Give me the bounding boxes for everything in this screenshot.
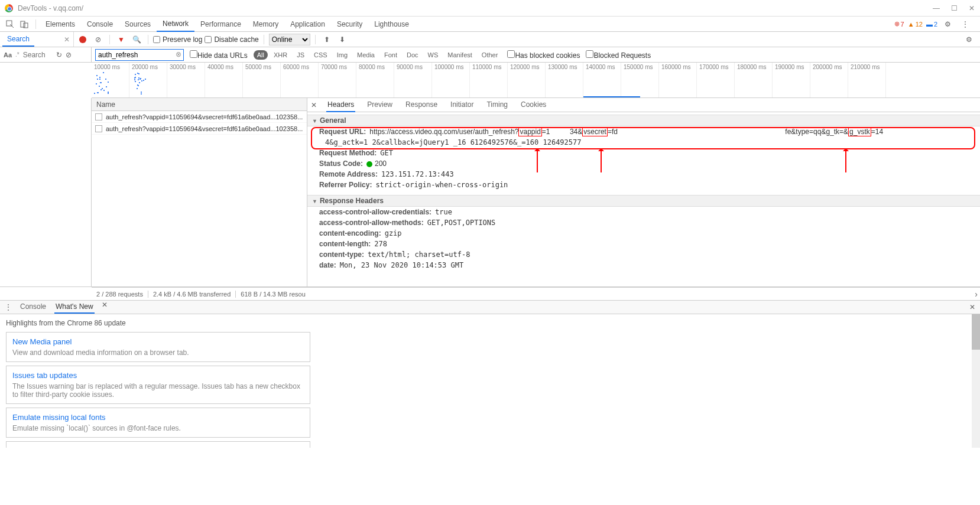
drawer-scrollbar[interactable]	[972, 314, 980, 448]
detail-tab-timing[interactable]: Timing	[485, 98, 509, 112]
clear-search-icon[interactable]: ⊘	[66, 51, 72, 59]
request-method-row: Request Method:GET	[307, 148, 980, 158]
request-row[interactable]: auth_refresh?vappid=11059694&vsecret=fdf…	[92, 123, 307, 135]
card-title[interactable]: New Media panel	[12, 337, 304, 346]
record-button[interactable]	[77, 34, 88, 45]
match-case-icon[interactable]: Aa	[4, 51, 12, 58]
upload-har-icon[interactable]: ⬆	[322, 34, 332, 45]
search-sidebar: Aa .* ↻ ⊘	[0, 47, 92, 62]
whatsnew-card[interactable]: New Media panelView and download media i…	[6, 332, 310, 362]
close-button[interactable]: ✕	[968, 5, 975, 12]
maximize-button[interactable]: ☐	[950, 5, 958, 12]
name-column-header[interactable]: Name	[92, 98, 307, 111]
request-checkbox[interactable]	[95, 125, 102, 132]
timeline-tick: 10000 ms	[92, 63, 129, 97]
clear-filter-icon[interactable]: ⊗	[176, 50, 181, 58]
tab-sources[interactable]: Sources	[119, 17, 157, 32]
type-filter-manifest[interactable]: Manifest	[444, 50, 476, 60]
tab-network[interactable]: Network	[157, 17, 194, 32]
card-title[interactable]: Emulate missing local fonts	[12, 413, 304, 422]
close-search-icon[interactable]: ✕	[64, 35, 70, 44]
throttling-select[interactable]: Online	[269, 34, 310, 45]
close-whatsnew-icon[interactable]: ✕	[102, 301, 108, 314]
download-har-icon[interactable]: ⬇	[337, 34, 348, 45]
whatsnew-card[interactable]: Emulate missing local fontsEmulate missi…	[6, 408, 310, 438]
timeline-tick: 100000 ms	[432, 63, 470, 97]
inspect-icon[interactable]	[4, 18, 17, 31]
tab-performance[interactable]: Performance	[194, 17, 247, 32]
type-filter-other[interactable]: Other	[478, 50, 502, 60]
timeline-tick: 180000 ms	[735, 63, 773, 97]
type-filter-media[interactable]: Media	[353, 50, 378, 60]
timeline-tick: 130000 ms	[546, 63, 583, 97]
detail-tab-preview[interactable]: Preview	[366, 98, 394, 112]
type-filter-xhr[interactable]: XHR	[270, 50, 291, 60]
type-filter-doc[interactable]: Doc	[403, 50, 422, 60]
general-section-header[interactable]: General	[307, 115, 980, 126]
type-filter-js[interactable]: JS	[293, 50, 308, 60]
response-header-row: access-control-allow-methods:GET,POST,OP…	[307, 217, 980, 228]
refresh-icon[interactable]: ↻	[56, 51, 62, 59]
request-checkbox[interactable]	[95, 113, 102, 120]
drawer-more-icon[interactable]: ⋮	[5, 303, 12, 311]
hide-data-urls-checkbox[interactable]: Hide data URLs	[190, 50, 248, 60]
has-blocked-cookies-checkbox[interactable]: Has blocked cookies	[507, 50, 580, 60]
drawer-body: Highlights from the Chrome 86 update New…	[0, 314, 980, 448]
annotation-arrow	[537, 149, 538, 172]
tab-application[interactable]: Application	[284, 17, 331, 32]
timeline-tick: 160000 ms	[659, 63, 697, 97]
detail-tab-initiator[interactable]: Initiator	[449, 98, 475, 112]
blocked-requests-checkbox[interactable]: Blocked Requests	[586, 50, 651, 60]
whatsnew-card[interactable]: Issues tab updatesThe Issues warning bar…	[6, 366, 310, 404]
close-detail-icon[interactable]: ✕	[311, 101, 317, 109]
detail-tab-cookies[interactable]: Cookies	[520, 98, 547, 112]
type-filter-font[interactable]: Font	[381, 50, 401, 60]
clear-button[interactable]: ⊘	[93, 34, 103, 45]
response-headers-section-header[interactable]: Response Headers	[307, 195, 980, 207]
message-count[interactable]: ▬ 2	[926, 21, 937, 28]
network-body: Name auth_refresh?vappid=11059694&vsecre…	[0, 98, 980, 287]
search-panel-tab[interactable]: Search	[2, 32, 34, 47]
detail-tab-response[interactable]: Response	[404, 98, 439, 112]
filter-icon[interactable]: ▼	[116, 34, 126, 45]
close-drawer-icon[interactable]: ✕	[969, 303, 975, 311]
detail-tab-headers[interactable]: Headers	[326, 98, 355, 112]
scroll-right-icon[interactable]: ›	[975, 289, 978, 299]
type-filter-img[interactable]: Img	[333, 50, 351, 60]
card-title[interactable]: Emulate inactive users	[12, 447, 304, 448]
minimize-button[interactable]: —	[933, 5, 940, 12]
device-toggle-icon[interactable]	[18, 18, 31, 31]
disable-cache-checkbox[interactable]: Disable cache	[205, 35, 258, 44]
tab-security[interactable]: Security	[331, 17, 368, 32]
error-count[interactable]: ⊗ 7	[894, 20, 904, 28]
search-icon[interactable]: 🔍	[131, 34, 142, 45]
warning-count[interactable]: ▲ 12	[908, 21, 923, 28]
type-filter-css[interactable]: CSS	[310, 50, 331, 60]
more-icon[interactable]: ⋮	[959, 18, 972, 31]
response-header-row: content-length:278	[307, 239, 980, 249]
tab-lighthouse[interactable]: Lighthouse	[368, 17, 415, 32]
filter-input[interactable]	[95, 49, 184, 61]
type-filter-all[interactable]: All	[254, 50, 268, 60]
timeline-tick: 80000 ms	[356, 63, 394, 97]
tab-console[interactable]: Console	[81, 17, 119, 32]
type-filter-ws[interactable]: WS	[424, 50, 442, 60]
settings-gear-icon[interactable]: ⚙	[941, 18, 954, 31]
whatsnew-card[interactable]: Emulate inactive usersEmulate idle state…	[6, 441, 310, 448]
tab-elements[interactable]: Elements	[40, 17, 81, 32]
resources-size: 618 B / 14.3 MB resou	[241, 291, 305, 298]
card-title[interactable]: Issues tab updates	[12, 371, 304, 380]
card-desc: The Issues warning bar is replaced with …	[12, 382, 304, 399]
drawer-tab-what-s-new[interactable]: What's New	[54, 301, 95, 314]
drawer-tab-console[interactable]: Console	[19, 301, 47, 314]
timeline-tick: 90000 ms	[394, 63, 432, 97]
regex-icon[interactable]: .*	[15, 51, 20, 58]
tab-memory[interactable]: Memory	[247, 17, 284, 32]
network-settings-icon[interactable]: ⚙	[963, 34, 974, 45]
preserve-log-checkbox[interactable]: Preserve log	[153, 35, 202, 44]
search-input[interactable]	[23, 51, 53, 59]
drawer-tab-strip: ⋮ ConsoleWhat's New✕ ✕	[0, 300, 980, 314]
search-results-panel	[0, 98, 92, 286]
timeline-overview[interactable]: 10000 ms20000 ms30000 ms40000 ms50000 ms…	[92, 63, 980, 98]
request-row[interactable]: auth_refresh?vappid=11059694&vsecret=fdf…	[92, 111, 307, 123]
